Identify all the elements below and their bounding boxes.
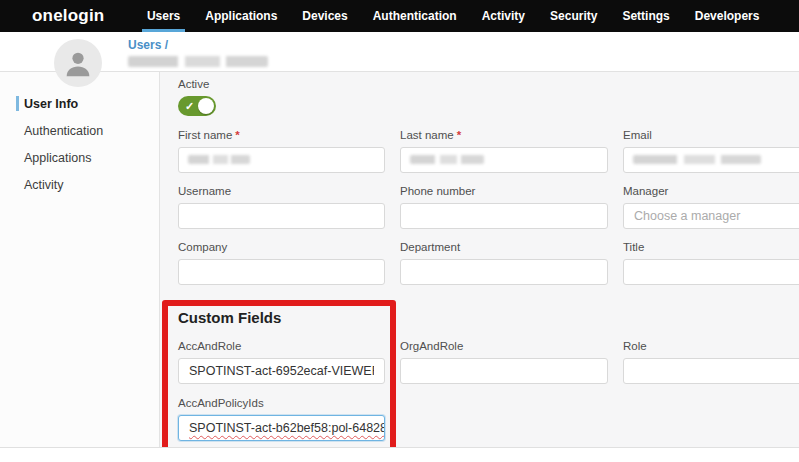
title-label: Title — [623, 241, 799, 254]
nav-item-authentication[interactable]: Authentication — [360, 0, 469, 32]
nav-item-devices[interactable]: Devices — [290, 0, 360, 32]
first-name-label: First name* — [178, 129, 385, 142]
custom-fields-row-2: AccAndPolicyIds SPOTINST-act-b62bef58:po… — [178, 397, 799, 441]
sidebar-item-authentication[interactable]: Authentication — [0, 117, 159, 144]
check-icon: ✓ — [185, 100, 194, 113]
email-label: Email — [623, 129, 799, 142]
org-and-role-label: OrgAndRole — [400, 340, 608, 353]
department-label: Department — [400, 241, 608, 254]
field-role: Role — [623, 340, 799, 384]
redacted-user-name — [128, 56, 268, 67]
redacted-value — [188, 155, 250, 164]
user-info-form: First name* Last name* Email — [178, 129, 799, 285]
page-body: User Info Authentication Applications Ac… — [0, 72, 799, 448]
nav-item-settings[interactable]: Settings — [610, 0, 682, 32]
phone-number-label: Phone number — [400, 185, 608, 198]
field-username: Username — [178, 185, 385, 229]
nav-item-developers[interactable]: Developers — [682, 0, 772, 32]
field-last-name: Last name* — [400, 129, 608, 173]
title-input[interactable] — [623, 259, 799, 285]
manager-input[interactable] — [623, 203, 799, 229]
redacted-value — [410, 155, 484, 164]
avatar — [54, 39, 102, 87]
user-header: Users / — [0, 32, 799, 72]
field-manager: Manager — [623, 185, 799, 229]
nav-item-applications[interactable]: Applications — [193, 0, 290, 32]
acc-and-policy-ids-label: AccAndPolicyIds — [178, 397, 385, 410]
company-label: Company — [178, 241, 385, 254]
field-title: Title — [623, 241, 799, 285]
required-asterisk: * — [235, 129, 239, 141]
phone-number-input[interactable] — [400, 203, 608, 229]
user-info-panel: Active ✓ First name* Last name* — [160, 72, 799, 447]
active-toggle[interactable]: ✓ — [178, 96, 216, 116]
username-input[interactable] — [178, 203, 385, 229]
field-acc-and-role: AccAndRole — [178, 340, 385, 384]
active-toggle-label: Active — [178, 78, 799, 91]
acc-and-role-label: AccAndRole — [178, 340, 385, 353]
field-acc-and-policy-ids: AccAndPolicyIds SPOTINST-act-b62bef58:po… — [178, 397, 385, 441]
acc-and-policy-ids-input[interactable]: SPOTINST-act-b62bef58:pol-64828f58 — [178, 415, 385, 441]
top-navbar: onelogin Users Applications Devices Auth… — [0, 0, 799, 32]
nav-item-activity[interactable]: Activity — [469, 0, 537, 32]
org-and-role-input[interactable] — [400, 358, 608, 384]
sidebar-item-applications[interactable]: Applications — [0, 144, 159, 171]
sidebar-item-activity[interactable]: Activity — [0, 171, 159, 198]
department-input[interactable] — [400, 259, 608, 285]
role-input[interactable] — [623, 358, 799, 384]
acc-and-policy-ids-value: SPOTINST-act-b62bef58:pol-64828f58 — [189, 421, 385, 435]
nav-item-security[interactable]: Security — [538, 0, 610, 32]
company-input[interactable] — [178, 259, 385, 285]
breadcrumb: Users / — [128, 38, 268, 67]
onelogin-logo[interactable]: onelogin — [32, 6, 104, 26]
custom-fields-heading: Custom Fields — [178, 309, 799, 327]
sidebar-item-user-info[interactable]: User Info — [0, 90, 159, 117]
username-label: Username — [178, 185, 385, 198]
redacted-value — [633, 155, 761, 164]
role-label: Role — [623, 340, 799, 353]
toggle-knob — [198, 98, 214, 114]
breadcrumb-users-link[interactable]: Users / — [128, 38, 268, 52]
last-name-label: Last name* — [400, 129, 608, 142]
acc-and-role-input[interactable] — [178, 358, 385, 384]
onelogin-admin-page: onelogin Users Applications Devices Auth… — [0, 0, 799, 462]
field-email: Email — [623, 129, 799, 173]
nav-item-users[interactable]: Users — [134, 0, 192, 32]
person-icon — [62, 47, 94, 79]
required-asterisk: * — [457, 129, 461, 141]
custom-fields-section: Custom Fields AccAndRole OrgAndRole Role — [178, 309, 799, 441]
field-org-and-role: OrgAndRole — [400, 340, 608, 384]
field-phone-number: Phone number — [400, 185, 608, 229]
field-company: Company — [178, 241, 385, 285]
field-department: Department — [400, 241, 608, 285]
sidebar: User Info Authentication Applications Ac… — [0, 72, 160, 447]
primary-nav: Users Applications Devices Authenticatio… — [134, 0, 772, 32]
manager-label: Manager — [623, 185, 799, 198]
field-first-name: First name* — [178, 129, 385, 173]
custom-fields-row-1: AccAndRole OrgAndRole Role — [178, 340, 799, 384]
